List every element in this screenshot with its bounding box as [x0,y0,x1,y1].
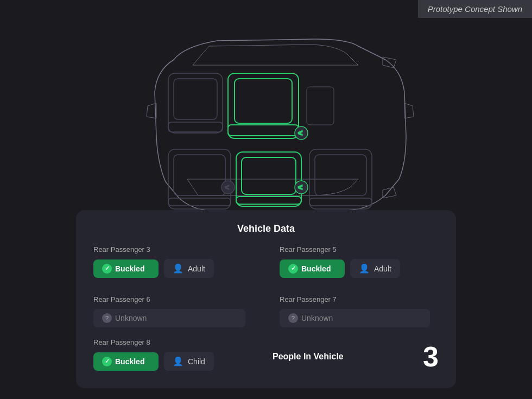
svg-rect-20 [309,198,372,206]
people-in-vehicle-label: People In Vehicle [273,352,344,362]
person-type-badge-3: 👤 Adult [164,259,214,278]
question-icon-7: ? [288,313,298,323]
svg-rect-9 [174,155,225,195]
svg-rect-21 [307,87,334,125]
check-icon-5: ✓ [288,264,298,274]
person-type-8: Child [188,357,205,366]
person-icon-5: 👤 [359,263,370,274]
buckled-text-8: Buckled [115,357,144,366]
passenger-group-7: Rear Passenger 7 ? Unknown [266,287,439,336]
person-type-5: Adult [374,264,391,273]
person-type-3: Adult [188,264,205,273]
buckled-text-3: Buckled [115,264,144,273]
unknown-badge-6: ? Unknown [93,309,245,327]
svg-rect-0 [168,73,223,133]
bottom-row: Rear Passenger 8 ✓ Buckled 👤 Child Peopl… [93,338,439,373]
passenger-8-label: Rear Passenger 8 [93,338,259,346]
svg-rect-19 [315,155,366,195]
passenger-group-5: Rear Passenger 5 ✓ Buckled 👤 Adult [266,245,439,287]
person-icon-3: 👤 [173,263,183,274]
passenger-7-status-row: ? Unknown [280,309,430,327]
passenger-group-6: Rear Passenger 6 ? Unknown [93,287,266,336]
unknown-badge-7: ? Unknown [280,309,430,327]
passenger-7-label: Rear Passenger 7 [280,295,430,303]
buckled-badge-5: ✓ Buckled [280,259,345,278]
passenger-group-8: Rear Passenger 8 ✓ Buckled 👤 Child [93,338,259,371]
passenger-6-status-row: ? Unknown [93,309,257,327]
svg-rect-4 [235,79,292,123]
person-type-badge-8: 👤 Child [164,352,214,371]
passenger-3-label: Rear Passenger 3 [93,245,257,254]
buckled-text-5: Buckled [301,264,331,273]
panel-title: Vehicle Data [93,223,439,235]
check-icon-8: ✓ [102,357,112,366]
question-icon-6: ? [102,313,112,323]
svg-text:<: < [298,129,302,137]
person-icon-8: 👤 [173,356,183,366]
prototype-label: Prototype Concept Shown [418,0,532,18]
svg-text:<: < [225,183,229,192]
svg-rect-10 [168,198,231,206]
passengers-grid: Rear Passenger 3 ✓ Buckled 👤 Adult Rear … [93,245,439,336]
vehicle-data-panel: Vehicle Data Rear Passenger 3 ✓ Buckled … [76,210,456,388]
car-diagram-area: < < < [0,0,532,228]
check-icon-3: ✓ [102,264,112,274]
buckled-badge-8: ✓ Buckled [93,352,159,371]
people-in-vehicle-section: People In Vehicle 3 [259,338,439,373]
buckled-badge-3: ✓ Buckled [93,259,159,278]
svg-text:<: < [298,183,302,192]
passenger-5-status-row: ✓ Buckled 👤 Adult [280,259,430,278]
svg-rect-1 [174,79,217,119]
svg-rect-3 [228,73,299,138]
svg-rect-14 [242,157,296,194]
passenger-5-label: Rear Passenger 5 [280,245,430,254]
people-count-number: 3 [423,343,439,371]
svg-rect-15 [236,197,301,204]
svg-rect-2 [168,122,223,132]
unknown-text-7: Unknown [301,314,333,322]
person-type-badge-5: 👤 Adult [350,259,400,278]
unknown-text-6: Unknown [115,314,147,322]
passenger-6-label: Rear Passenger 6 [93,295,257,303]
car-top-view: < < < [109,16,423,212]
passenger-8-status-row: ✓ Buckled 👤 Child [93,352,259,371]
svg-rect-5 [228,125,299,136]
passenger-group-3: Rear Passenger 3 ✓ Buckled 👤 Adult [93,245,266,287]
passenger-3-status-row: ✓ Buckled 👤 Adult [93,259,257,278]
